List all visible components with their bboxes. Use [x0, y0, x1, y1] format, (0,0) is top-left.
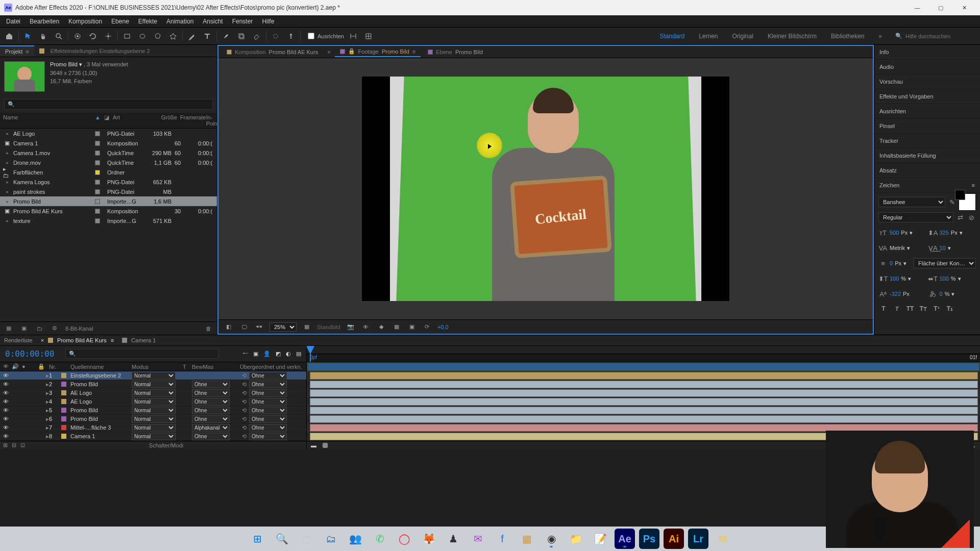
layer-duration-bar[interactable] [310, 407, 978, 414]
trash-icon[interactable]: 🗑 [204, 324, 213, 333]
interpret-footage-icon[interactable]: ▦ [4, 324, 13, 333]
timeline-layer-row[interactable]: 👁▸5Promo BildNormalOhne⟲Ohne [0, 406, 306, 415]
layer-duration-bar[interactable] [310, 415, 978, 423]
workspace-lernen[interactable]: Lernen [699, 33, 718, 40]
timeline-layer-row[interactable]: 👁▸8Camera 1NormalOhne⟲Ohne [0, 432, 306, 441]
firefox-icon[interactable]: 🦊 [419, 529, 439, 549]
col-t[interactable]: T [183, 364, 192, 370]
col-size[interactable]: Größe [152, 114, 180, 127]
col-parent[interactable]: Übergeordnet und verkn. [240, 364, 302, 370]
maximize-button[interactable]: ▢ [929, 0, 952, 15]
timeline-layer-row[interactable]: 👁▸4AE LogoNormalOhne⟲Ohne [0, 397, 306, 406]
close-button[interactable]: ✕ [952, 0, 976, 15]
playhead[interactable] [310, 346, 311, 362]
sort-arrow-icon[interactable]: ▲ [95, 114, 101, 127]
col-framerate[interactable]: Framerate [180, 114, 206, 127]
photoshop-icon[interactable]: Ps [639, 529, 659, 549]
baseline-value[interactable]: -322 [890, 291, 901, 297]
menu-window[interactable]: Fenster [228, 16, 257, 27]
after-effects-taskbar-icon[interactable]: Ae [615, 529, 635, 549]
illustrator-icon[interactable]: Ai [664, 529, 684, 549]
tab-renderlist[interactable]: Renderliste [4, 337, 33, 343]
panel-paragraph[interactable]: Absatz [874, 163, 980, 178]
tracking-value[interactable]: 10 [940, 245, 946, 251]
star-tool-icon[interactable] [167, 30, 179, 42]
tab-close-icon[interactable]: × [325, 49, 332, 55]
exposure-value[interactable]: +0,0 [437, 324, 449, 330]
project-row[interactable]: ▣Promo Bild AE KursKomposition300:00:( [0, 206, 217, 216]
grid-icon[interactable]: ▦ [302, 322, 312, 332]
toggle-modes-icon[interactable]: ⊟ [12, 442, 16, 448]
text-tool-icon[interactable] [201, 30, 213, 42]
clone-tool-icon[interactable] [235, 30, 248, 42]
tab-timeline-camera[interactable]: Camera 1 [122, 337, 156, 343]
subscript-icon[interactable]: T₁ [945, 304, 955, 313]
home-icon[interactable] [3, 30, 15, 42]
new-folder-icon[interactable]: 🗀 [35, 324, 44, 333]
project-row[interactable]: ▣Camera 1Komposition600:00:( [0, 138, 217, 148]
panel-effects[interactable]: Effekte und Vorgaben [874, 89, 980, 104]
app-icon-3[interactable]: ✉ [713, 529, 733, 549]
workspace-kleiner[interactable]: Kleiner Bildschirm [768, 33, 817, 40]
toggle-parent-icon[interactable]: ⊡ [20, 442, 25, 448]
project-row[interactable]: ▫Drone.movQuickTime1,1 GB600:00:( [0, 158, 217, 167]
zoom-out-icon[interactable]: ▬ [311, 442, 316, 448]
swap-colors-icon[interactable]: ⇄ [955, 213, 965, 222]
channel-icon[interactable]: ◆ [376, 322, 386, 332]
menu-layer[interactable]: Ebene [107, 16, 133, 27]
project-search-input[interactable] [18, 102, 209, 108]
alpha-icon[interactable]: ◧ [224, 322, 234, 332]
facebook-icon[interactable]: f [492, 529, 512, 549]
menu-view[interactable]: Ansicht [199, 16, 227, 27]
brush-tool-icon[interactable] [220, 30, 232, 42]
timeline-search[interactable]: 🔍 [65, 349, 218, 359]
snap-grid-icon[interactable] [362, 30, 375, 42]
kerning-value[interactable]: Metrik [890, 245, 905, 251]
project-row[interactable]: ▫paint strokesPNG-DateiMB [0, 187, 217, 196]
fill-stroke-swatch[interactable] [959, 193, 976, 211]
graph-editor-icon[interactable]: ▤ [296, 350, 301, 357]
polygon-tool-icon[interactable] [152, 30, 164, 42]
leading-value[interactable]: 325 [940, 230, 949, 236]
show-snapshot-icon[interactable]: 👁 [361, 322, 371, 332]
motion-blur-icon[interactable]: ◐ [286, 350, 291, 357]
draft3d-icon[interactable]: ▣ [253, 350, 258, 357]
vscale-value[interactable]: 100 [890, 276, 899, 282]
col-name[interactable]: Name [3, 114, 95, 127]
start-icon[interactable]: ⊞ [247, 529, 267, 549]
anchor-tool-icon[interactable] [102, 30, 114, 42]
col-label-icon[interactable]: ◪ [101, 114, 113, 127]
superscript-icon[interactable]: T¹ [932, 304, 942, 313]
workspace-bibliotheken[interactable]: Bibliotheken [831, 33, 864, 40]
snapshot-icon[interactable]: 📷 [346, 322, 356, 332]
pen-tool-icon[interactable] [186, 30, 198, 42]
ellipse-tool-icon[interactable] [136, 30, 149, 42]
faux-italic-icon[interactable]: T [892, 304, 902, 313]
small-caps-icon[interactable]: Tᴛ [918, 304, 928, 313]
workspace-original[interactable]: Original [732, 33, 753, 40]
menu-effect[interactable]: Effekte [134, 16, 161, 27]
col-sourcename[interactable]: Quellenname [70, 364, 132, 370]
timeline-layer-row[interactable]: 👁▸3AE LogoNormalOhne⟲Ohne [0, 389, 306, 397]
notepad-icon[interactable]: 📝 [590, 529, 610, 549]
layer-duration-bar[interactable] [310, 398, 978, 406]
col-type[interactable]: Art [113, 114, 152, 127]
rotate-tool-icon[interactable] [87, 30, 99, 42]
project-settings-icon[interactable]: ⚙ [50, 324, 59, 333]
roi-icon[interactable]: ▣ [407, 322, 417, 332]
project-row[interactable]: ▸ 🗀FarbflächenOrdner [0, 167, 217, 177]
project-row[interactable]: ▫Promo BildImporte…G1,6 MB [0, 196, 217, 206]
whatsapp-icon[interactable]: ✆ [370, 529, 390, 549]
app-icon-1[interactable]: ♟ [443, 529, 463, 549]
tab-effect-settings[interactable]: Effekteinstellungen Einstellungsebene 2 [34, 46, 217, 56]
tab-timeline-comp[interactable]: ×Promo Bild AE Kurs≡ [41, 337, 114, 343]
task-view-icon[interactable]: ▢ [296, 529, 316, 549]
panel-align[interactable]: Ausrichten [874, 104, 980, 119]
panel-preview[interactable]: Vorschau [874, 74, 980, 89]
viewer-tab-footage[interactable]: 🔒 Footage Promo Bild ≡ [335, 46, 421, 57]
app-icon-2[interactable]: ▦ [517, 529, 537, 549]
schaltermodi-label[interactable]: Schalter/Modi [29, 442, 303, 448]
layer-duration-bar[interactable] [310, 381, 978, 388]
hscale-value[interactable]: 100 [940, 276, 949, 282]
viewer-tab-comp[interactable]: KompositionPromo Bild AE Kurs [222, 47, 323, 57]
